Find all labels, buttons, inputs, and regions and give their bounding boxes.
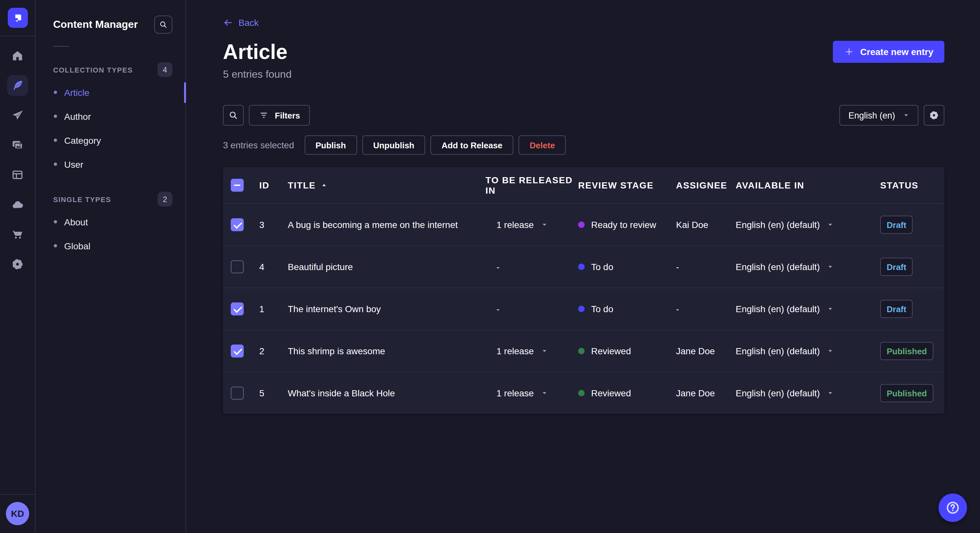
rail-feather-icon-button[interactable] — [7, 75, 28, 96]
rail-gear-icon-button[interactable] — [7, 254, 28, 274]
bullet-icon — [54, 90, 57, 94]
section-label: SINGLE TYPES — [53, 195, 111, 203]
add-to-release-button[interactable]: Add to Release — [430, 135, 513, 155]
sidebar-item-author[interactable]: Author — [36, 104, 185, 128]
locale-select[interactable]: English (en) — [839, 105, 918, 125]
table-body: 3 A bug is becoming a meme on the intern… — [223, 203, 944, 414]
bullet-icon — [54, 244, 57, 247]
cell-available-in[interactable]: English (en) (default) — [736, 219, 880, 230]
cell-to-be-released-in[interactable]: 1 release — [485, 388, 578, 398]
status-badge: Draft — [880, 216, 913, 234]
plus-icon — [844, 47, 854, 57]
sidebar-divider — [53, 46, 69, 47]
cart-icon — [11, 228, 24, 241]
publish-button[interactable]: Publish — [304, 135, 357, 155]
cell-review-stage: To do — [578, 304, 676, 314]
page-title: Article — [223, 41, 288, 63]
paper-plane-icon — [11, 109, 24, 122]
row-checkbox[interactable] — [231, 387, 244, 400]
review-stage-dot-icon — [578, 222, 585, 228]
chevron-down-icon — [827, 390, 834, 397]
user-avatar[interactable]: KD — [6, 502, 29, 525]
help-button[interactable] — [939, 493, 967, 522]
cell-to-be-released-in[interactable]: - — [485, 262, 578, 272]
chevron-down-icon — [903, 112, 909, 119]
rail-layout-icon-button[interactable] — [7, 165, 28, 185]
chevron-down-icon — [541, 222, 547, 228]
bullet-icon — [54, 115, 57, 118]
bullet-icon — [54, 139, 57, 142]
content-manager-sidebar: Content Manager COLLECTION TYPES 4 Artic… — [36, 0, 186, 533]
unpublish-button[interactable]: Unpublish — [362, 135, 425, 155]
rail-nav-items — [7, 45, 28, 274]
gear-icon — [11, 258, 24, 271]
cell-review-stage: Reviewed — [578, 388, 676, 398]
sidebar-item-global[interactable]: Global — [36, 234, 185, 258]
sidebar-item-label: About — [64, 217, 88, 227]
cell-title: A bug is becoming a meme on the internet — [288, 219, 485, 230]
review-stage-dot-icon — [578, 263, 585, 270]
cell-available-in[interactable]: English (en) (default) — [736, 346, 880, 356]
delete-button[interactable]: Delete — [519, 135, 566, 155]
rail-paper-plane-icon-button[interactable] — [7, 105, 28, 125]
cell-assignee: Kai Doe — [676, 219, 736, 230]
column-header-title[interactable]: TITLE — [288, 180, 485, 190]
sidebar-item-about[interactable]: About — [36, 210, 185, 234]
column-header-id[interactable]: ID — [251, 180, 288, 190]
sidebar-item-user[interactable]: User — [36, 152, 185, 176]
column-header-review-stage[interactable]: REVIEW STAGE — [578, 180, 676, 190]
cell-available-in[interactable]: English (en) (default) — [736, 304, 880, 314]
create-new-entry-button[interactable]: Create new entry — [833, 41, 944, 63]
cell-to-be-released-in[interactable]: 1 release — [485, 219, 578, 230]
rail-cloud-icon-button[interactable] — [7, 194, 28, 215]
sort-ascending-icon — [321, 182, 327, 189]
rail-home-icon-button[interactable] — [7, 45, 28, 66]
strapi-logo-icon[interactable] — [8, 8, 27, 28]
cell-assignee: Jane Doe — [676, 346, 736, 356]
sidebar-item-label: Global — [64, 241, 91, 251]
row-checkbox[interactable] — [231, 218, 244, 231]
column-header-to-be-released-in[interactable]: TO BE RELEASED IN — [485, 175, 578, 195]
sidebar-item-category[interactable]: Category — [36, 128, 185, 152]
sidebar-item-article[interactable]: Article — [36, 80, 185, 104]
table-row[interactable]: 1 The internet's Own boy - To do - Engli… — [223, 287, 944, 330]
back-link[interactable]: Back — [223, 17, 259, 28]
column-header-available-in[interactable]: AVAILABLE IN — [736, 180, 880, 190]
view-settings-button[interactable] — [924, 105, 944, 125]
review-stage-dot-icon — [578, 348, 585, 354]
table-row[interactable]: 5 What's inside a Black Hole 1 release R… — [223, 372, 944, 414]
cell-available-in[interactable]: English (en) (default) — [736, 262, 880, 272]
collection-types-list: ArticleAuthorCategoryUser — [36, 80, 185, 176]
cell-id: 4 — [251, 262, 288, 272]
rail-bottom: KD — [0, 494, 35, 533]
table-row[interactable]: 3 A bug is becoming a meme on the intern… — [223, 203, 944, 246]
row-checkbox[interactable] — [231, 303, 244, 316]
select-all-checkbox[interactable] — [231, 179, 244, 192]
column-header-status[interactable]: STATUS — [880, 180, 944, 190]
sidebar-search-button[interactable] — [154, 16, 172, 34]
section-single-types: SINGLE TYPES 2 — [36, 192, 185, 206]
cell-available-in[interactable]: English (en) (default) — [736, 388, 880, 398]
column-header-assignee[interactable]: ASSIGNEE — [676, 180, 736, 190]
rail-images-icon-button[interactable] — [7, 135, 28, 155]
app-window: KD Content Manager COLLECTION TYPES 4 Ar… — [0, 0, 980, 533]
chevron-down-icon — [541, 348, 547, 354]
question-mark-icon — [945, 500, 961, 516]
search-button[interactable] — [223, 105, 244, 125]
section-label: COLLECTION TYPES — [53, 66, 133, 73]
cell-to-be-released-in[interactable]: 1 release — [485, 346, 578, 356]
main-content: Back Article Create new entry 5 entries … — [186, 0, 980, 533]
filters-button[interactable]: Filters — [249, 105, 310, 125]
table-row[interactable]: 2 This shrimp is awesome 1 release Revie… — [223, 330, 944, 372]
cell-status: Published — [880, 342, 944, 360]
rail-cart-icon-button[interactable] — [7, 224, 28, 245]
cell-id: 3 — [251, 219, 288, 230]
row-checkbox[interactable] — [231, 260, 244, 273]
chevron-down-icon — [827, 222, 834, 228]
cell-to-be-released-in[interactable]: - — [485, 304, 578, 314]
cell-id: 2 — [251, 346, 288, 356]
row-checkbox[interactable] — [231, 344, 244, 357]
table-row[interactable]: 4 Beautiful picture - To do - English (e… — [223, 246, 944, 287]
bulk-actions-bar: 3 entries selected PublishUnpublishAdd t… — [223, 135, 944, 155]
cell-review-stage: Ready to review — [578, 219, 676, 230]
